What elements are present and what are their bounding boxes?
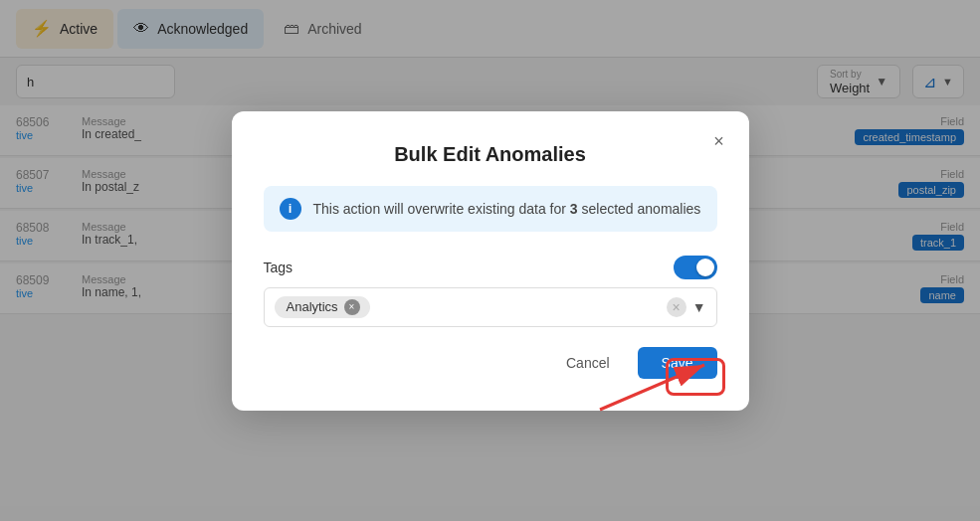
tags-label: Tags — [264, 260, 294, 275]
cancel-button[interactable]: Cancel — [550, 347, 626, 379]
save-button[interactable]: Save — [638, 347, 717, 379]
tags-section: Tags Analytics × × ▼ — [264, 256, 717, 327]
tags-input-actions: × ▼ — [667, 297, 706, 317]
tags-toggle[interactable] — [674, 256, 717, 279]
tag-chip-label: Analytics — [287, 299, 338, 314]
modal-close-button[interactable]: × — [705, 127, 733, 155]
tags-input-wrapper[interactable]: Analytics × × ▼ — [264, 287, 717, 327]
tags-header: Tags — [264, 256, 717, 279]
modal-overlay: × Bulk Edit Anomalies i This action will… — [0, 0, 980, 521]
info-text: This action will overwrite existing data… — [313, 201, 701, 217]
toggle-knob — [696, 259, 714, 276]
tag-chip-analytics: Analytics × — [275, 296, 370, 318]
modal-footer: Cancel Save — [264, 347, 717, 379]
modal-title: Bulk Edit Anomalies — [264, 143, 717, 166]
info-banner: i This action will overwrite existing da… — [264, 186, 717, 232]
info-icon: i — [280, 198, 301, 220]
tags-clear-button[interactable]: × — [667, 297, 686, 317]
tags-dropdown-button[interactable]: ▼ — [692, 299, 706, 315]
bulk-edit-modal: × Bulk Edit Anomalies i This action will… — [232, 111, 749, 411]
tag-chip-remove-button[interactable]: × — [344, 299, 360, 315]
